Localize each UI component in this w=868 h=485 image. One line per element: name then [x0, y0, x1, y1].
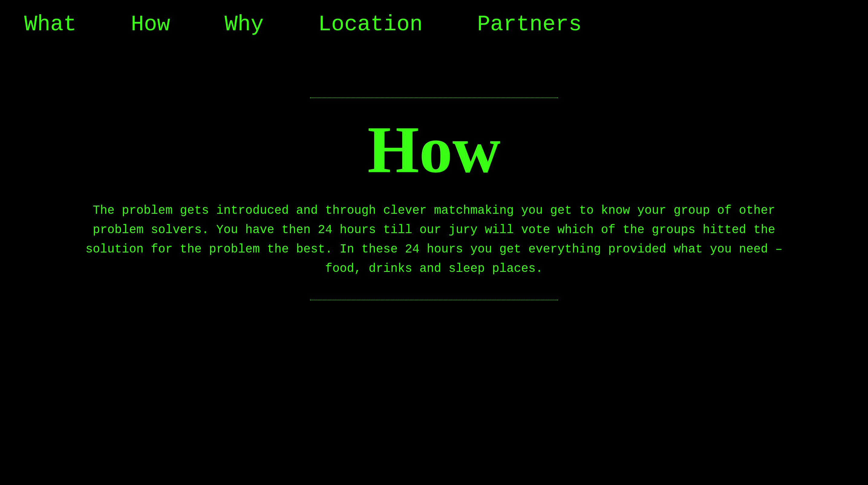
navigation: What How Why Location Partners: [0, 0, 868, 49]
page-title: How: [368, 116, 500, 183]
nav-item-why[interactable]: Why: [224, 12, 264, 37]
nav-item-location[interactable]: Location: [318, 12, 423, 37]
divider-top: [310, 97, 558, 98]
description-text: The problem gets introduced and through …: [71, 201, 797, 279]
nav-item-partners[interactable]: Partners: [477, 12, 582, 37]
divider-bottom: [310, 300, 558, 300]
main-content: How The problem gets introduced and thro…: [0, 73, 868, 324]
nav-item-what[interactable]: What: [24, 12, 76, 37]
nav-item-how[interactable]: How: [131, 12, 170, 37]
